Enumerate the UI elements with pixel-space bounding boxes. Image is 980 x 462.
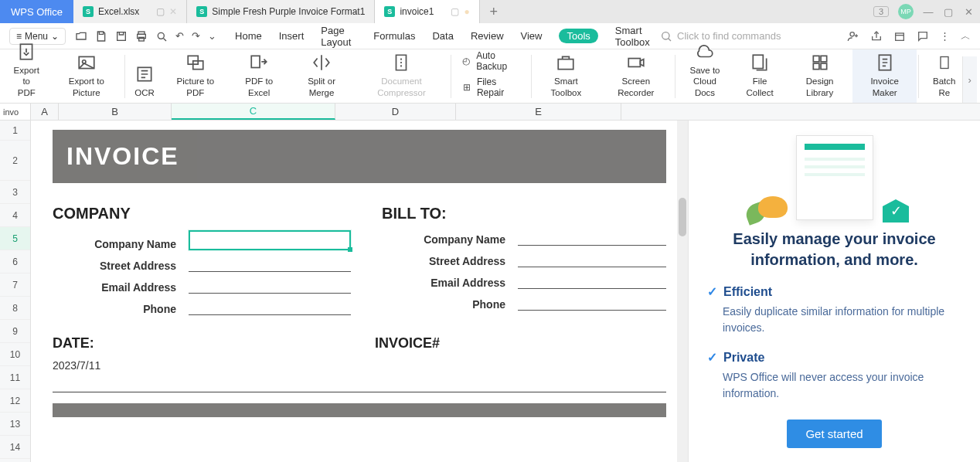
date-value[interactable]: 2023/7/11 <box>53 359 344 372</box>
user-add-icon[interactable] <box>847 30 859 42</box>
ribbon-scroll-right[interactable]: › <box>962 56 977 103</box>
save-icon[interactable] <box>95 30 107 42</box>
tab-review[interactable]: Review <box>471 30 504 42</box>
input-line[interactable] <box>189 300 351 315</box>
tab-smart-toolbox[interactable]: Smart Toolbox <box>615 25 655 48</box>
plus-box-icon: ⊞ <box>461 81 472 93</box>
tab-excel[interactable]: S Excel.xlsx ▢✕ <box>73 0 187 23</box>
avatar[interactable]: MP <box>898 4 914 19</box>
print-icon[interactable] <box>135 30 148 42</box>
col-header-A[interactable]: A <box>31 104 59 120</box>
tab-view[interactable]: View <box>521 30 543 42</box>
tab-tools[interactable]: Tools <box>559 29 597 43</box>
smart-toolbox-button[interactable]: Smart Toolbox <box>533 49 598 103</box>
active-cell[interactable] <box>189 230 351 250</box>
row-header[interactable]: 10 <box>0 343 30 366</box>
row-header[interactable]: 14 <box>0 436 30 459</box>
undo-icon[interactable]: ↶ <box>175 30 184 42</box>
export-to-pdf-button[interactable]: Export to PDF <box>3 39 49 103</box>
maximize-icon[interactable]: ▢ <box>943 6 954 17</box>
close-window-icon[interactable]: ✕ <box>963 6 974 17</box>
col-header-E[interactable]: E <box>456 104 621 120</box>
row-header[interactable]: 2 <box>0 141 30 181</box>
box-icon[interactable] <box>893 30 906 42</box>
chat-icon[interactable] <box>917 30 929 42</box>
row-header[interactable]: 4 <box>0 204 30 227</box>
open-icon[interactable] <box>75 30 87 42</box>
collapse-ribbon-icon[interactable]: ︿ <box>961 29 971 43</box>
row-header[interactable]: 12 <box>0 389 30 413</box>
tab-insert[interactable]: Insert <box>279 30 305 42</box>
row-header[interactable]: 6 <box>0 250 30 273</box>
col-header-B[interactable]: B <box>59 104 172 120</box>
qat-chevron-icon[interactable]: ⌄ <box>208 30 216 42</box>
input-line[interactable] <box>189 256 351 272</box>
input-line[interactable] <box>518 252 666 267</box>
svg-rect-20 <box>813 63 819 70</box>
tab-template[interactable]: S Simple Fresh Purple Invoice Format1 <box>187 0 375 23</box>
input-line[interactable] <box>518 230 666 246</box>
split-or-merge-button[interactable]: Split or Merge <box>290 49 354 103</box>
more-icon[interactable]: ⋮ <box>940 30 950 42</box>
screen-recorder-button[interactable]: Screen Recorder <box>599 49 673 103</box>
picture-to-pdf-button[interactable]: Picture to PDF <box>162 49 229 103</box>
rib-label: Auto Backup <box>476 50 522 72</box>
rib-label: Invoice Maker <box>860 76 909 98</box>
files-repair-button[interactable]: ⊞Files Repair <box>461 76 522 98</box>
input-line[interactable] <box>518 295 666 311</box>
tab-invoice1[interactable]: S invoice1 ▢● <box>375 0 479 23</box>
row-header[interactable]: 1 <box>0 121 30 141</box>
tab-label: Excel.xlsx <box>98 6 139 17</box>
save-to-cloud-button[interactable]: Save to Cloud Docs <box>677 39 733 103</box>
svg-rect-16 <box>628 59 640 67</box>
input-line[interactable] <box>189 278 351 294</box>
design-library-button[interactable]: Design Library <box>787 49 852 103</box>
row-header[interactable]: 11 <box>0 366 30 389</box>
pdf-to-excel-button[interactable]: PDF to Excel <box>229 49 290 103</box>
export-to-picture-button[interactable]: Export to Picture <box>49 49 123 103</box>
row-header[interactable]: 9 <box>0 320 30 343</box>
new-tab-button[interactable]: + <box>480 0 508 23</box>
label-company-name: Company Name <box>382 233 505 246</box>
spreadsheet-icon: S <box>384 6 395 17</box>
col-header-D[interactable]: D <box>335 104 456 120</box>
benefit-title: Private <box>707 350 961 365</box>
label-street: Street Address <box>382 255 505 267</box>
batch-button[interactable]: Batch Re <box>920 49 962 103</box>
redo-icon[interactable]: ↷ <box>192 30 200 42</box>
svg-rect-21 <box>821 63 827 70</box>
sheet-canvas[interactable]: INVOICE COMPANY Company Name Street Addr… <box>31 121 688 462</box>
rib-label: Screen Recorder <box>607 76 665 98</box>
row-header[interactable]: 13 <box>0 413 30 436</box>
tab-page-layout[interactable]: Page Layout <box>321 25 356 48</box>
row-header[interactable]: 5 <box>0 227 30 250</box>
input-line[interactable] <box>518 273 666 289</box>
save-as-icon[interactable] <box>115 30 128 42</box>
scrollbar-thumb[interactable] <box>679 198 686 236</box>
tab-formulas[interactable]: Formulas <box>373 30 415 42</box>
print-preview-icon[interactable] <box>155 30 168 42</box>
ocr-button[interactable]: OCR <box>127 61 162 103</box>
tab-home[interactable]: Home <box>235 30 262 42</box>
design-icon <box>810 53 830 73</box>
camera-icon <box>626 53 646 73</box>
close-icon[interactable]: ✕ <box>169 6 177 17</box>
date-label: DATE: <box>53 335 344 352</box>
auto-backup-button[interactable]: ◴Auto Backup <box>461 50 522 72</box>
row-header[interactable]: 3 <box>0 181 30 204</box>
tab-data[interactable]: Data <box>432 30 453 42</box>
get-started-button[interactable]: Get started <box>787 420 881 448</box>
window-count-badge[interactable]: 3 <box>873 6 889 17</box>
vertical-scrollbar[interactable] <box>677 121 688 462</box>
name-box[interactable]: invo <box>0 104 31 120</box>
spreadsheet-icon: S <box>196 6 207 17</box>
file-collect-button[interactable]: File Collect <box>733 49 787 103</box>
share-icon[interactable] <box>870 30 883 42</box>
batch-icon <box>934 53 954 73</box>
col-header-C[interactable]: C <box>172 104 335 120</box>
row-header[interactable]: 8 <box>0 297 30 320</box>
minimize-icon[interactable]: — <box>923 6 934 17</box>
row-header[interactable]: 7 <box>0 273 30 297</box>
tab-dim-icon: ▢ <box>451 6 459 17</box>
invoice-maker-button[interactable]: Invoice Maker <box>852 49 917 103</box>
